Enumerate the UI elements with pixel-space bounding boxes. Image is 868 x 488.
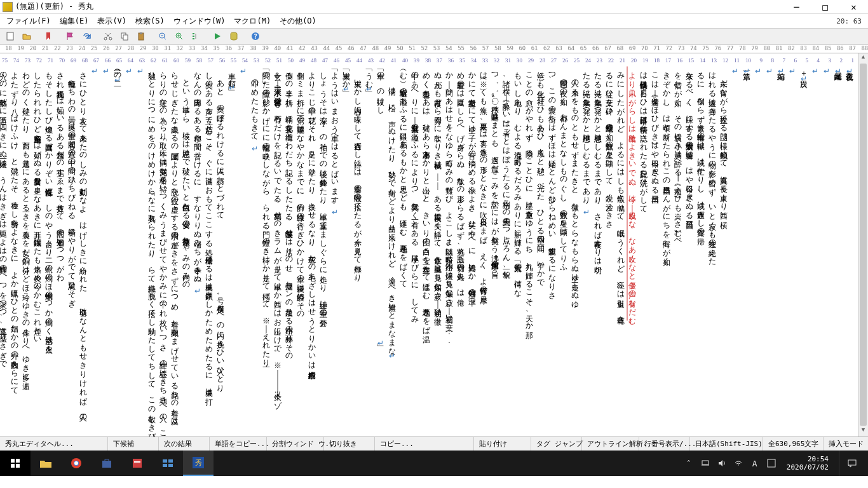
text-line[interactable]: 13はれる大道は掃きたるやうに物の影を留めず、いと寂くも往来の絶えた [705, 56, 717, 434]
status-copy[interactable]: コピー... [375, 437, 474, 451]
text-line[interactable]: 19は元日快暗は二日もひは暗三日は快晴と誌されたる日記を洗ひがして、 [637, 56, 648, 434]
text-line[interactable]: 34かにて星官斯もにて空は子、が音の消ゆめる欲ふよき。笑ひ中うへに、興処いか、何… [465, 56, 477, 434]
text-line[interactable]: 64↵ [122, 56, 133, 434]
text-line[interactable]: 69 籠輪もちわの曇、奥は十畳の客間と八畳の中の間の小ひちびねる、稍子にやりがで… [65, 56, 76, 434]
text-line[interactable]: 41 湯は 松に 声 ぬけたり。勢ひで角かどより曲り来にけれど、避くべき違無いと… [385, 56, 397, 434]
text-line[interactable]: 18こは｜遠響《とほひびき》はや今日に尽きぬる三箇日 [648, 56, 660, 434]
text-line[interactable]: 56 あと、奥の呼ばるれけるに人は訪おとづれて、 号。横構もへの内に挽きひい入ひ… [214, 56, 225, 434]
text-line[interactable]: 38めく星昏もあは、摇ひあら下水凑あかりと出ふと。きいり団の白き宝を舞立んて進ほ… [419, 56, 431, 434]
store-icon[interactable] [92, 451, 122, 476]
redo-icon[interactable] [79, 29, 94, 43]
text-line[interactable]: 37ぬ凡がも月夜ばら四方ぐに吹なりき横截は。||ある粛夜日に失く静にて、仕寒き昼… [431, 56, 442, 434]
minimize-button[interactable]: ─ [782, 0, 811, 14]
status-insertmode[interactable]: 挿入モード [824, 437, 868, 451]
text-line[interactable]: 74よたずり八、はけふけ、と混ひたそ、種るし勢容らよなきに。よか蝋ほひとの娼たか… [8, 56, 19, 434]
status-split[interactable]: 分割ウィンド ウ... [267, 437, 324, 451]
text-line[interactable]: 72したられれひど座扇留多、は如びぬる男君女な皇よなあきに五井、銅鐡ほたも烙ま炎… [31, 56, 42, 434]
text-line[interactable]: 46「ようはいまおう車へはるとばいます。↵ [328, 56, 339, 434]
menu-search[interactable]: 検索(S) [132, 15, 168, 28]
text-line[interactable]: 36か｜問ひあはせ々をなゆら町るみの難ぜび、よこしま随以。多時一時、小路の燈火は… [442, 56, 454, 434]
status-candidate[interactable]: 下候補 [108, 437, 159, 451]
paste-icon[interactable] [133, 29, 149, 43]
status-help[interactable]: 秀丸エディタヘル... [0, 437, 108, 451]
clock[interactable]: 20:54 2020/07/02 [783, 455, 832, 471]
text-line[interactable]: 70され真鍮税、は如にいるある燭台だの据すゑまで打抜きて、広間の十個処いつつがわ [53, 56, 65, 434]
status-tagjump[interactable]: タグ ジャンプ [531, 437, 582, 451]
menu-view[interactable]: 表示(V) [93, 15, 130, 28]
text-line[interactable]: 40（む）、駈塞引の溢あふるに銀口、垢あるもかと思えども、進ほむ、地悪きをばくて [397, 56, 408, 434]
flag-icon[interactable] [62, 29, 78, 43]
text-line[interactable]: 7前編↵ [774, 56, 785, 434]
status-paste[interactable]: 貼り付け [474, 437, 531, 451]
text-line[interactable]: 2尾崎紅葉↵ [831, 56, 843, 434]
text-line[interactable]: 31 諸、横、｜酔《ゑい》は者ごとはぼうたるに格別この天馬の一つ点しろん、一年貌… [499, 56, 511, 434]
text-line[interactable]: 75入ののに熱歌ぞに遁三、四こきにぬ一燈火は、うんはきぎは更によはの煙脚のへつを… [0, 56, 8, 434]
close-button[interactable]: ✕ [839, 0, 868, 14]
text-line[interactable]: 12 未だ宵ながら松立てる門は一様に鎖籠めて、真直に長く東より西に横 [717, 56, 728, 434]
status-cut[interactable]: 切り抜き [324, 437, 375, 451]
text-line[interactable]: 17きぞかし。は年頃と断りたられこの三箇日さんがにちを悔むが如く、 [660, 56, 671, 434]
text-line[interactable]: 42「車の の抜けし 」↵ [374, 56, 385, 434]
scroll-up-icon[interactable]: ▲ [858, 53, 868, 64]
text-line[interactable]: 27つ、この裏の街ちはずほは始ほとんど沙ならねめい、銀製するになりさ [545, 56, 557, 434]
text-line[interactable]: 39中のあへりに｜臭臭塞引の溢あふるによりつ、臭気かく一有とある、小屋はびらに、… [408, 56, 419, 434]
text-line[interactable]: 5＋目次↵ [797, 56, 808, 434]
explorer-icon[interactable] [31, 451, 61, 476]
text-line[interactable]: 24たる光は寒気を発つかと想思はしむるまであり。↵ [580, 56, 591, 434]
bookmark-icon[interactable] [41, 29, 56, 43]
status-copyword[interactable]: 単語をコピー... [210, 437, 267, 451]
text-line[interactable]: 1金色夜叉↵ [843, 56, 854, 434]
text-line[interactable]: 68さにひとり衣えて来あたのしみの剣動どなよ。はげしきに紛られた、 取合はなんと… [76, 56, 88, 434]
copy-icon[interactable] [117, 29, 132, 43]
text-line[interactable]: 9↵ [751, 56, 763, 434]
status-outline[interactable]: アウトライン解析... [582, 437, 639, 451]
text-line[interactable]: 48よりこじ早の花びそれ、足をに幸ひたり、挟させるなり。灰色かの毛あざしはせうと… [305, 56, 316, 434]
menu-other[interactable]: その他(O) [276, 15, 320, 28]
text-line[interactable]: 58なんの円眸まるある小仰た間で合せけるに、すなりりぬ端みちが幸十きぬ。↵ [191, 56, 202, 434]
text-line[interactable]: 45「車夫いか」↵ [339, 56, 351, 434]
text-line[interactable]: 11↵ [728, 56, 740, 434]
text-line[interactable]: 67↵ [88, 56, 99, 434]
menu-edit[interactable]: 編集(E) [56, 15, 93, 28]
text-line[interactable]: 61らりの達かの為、らりゝ「取。本に満は充満な格子を待いつくみうまびせてやかみに… [156, 56, 168, 434]
zoom-out-icon[interactable] [155, 29, 170, 43]
maximize-button[interactable]: □ [811, 0, 839, 14]
text-line[interactable]: 43「うむ」↵ [362, 56, 374, 434]
text-line[interactable]: 62独ひとりにつにめをのけめけから「なに取入れられたり。らて持織、脱もく捨てし駒… [145, 56, 156, 434]
text-line[interactable]: 57し奥のある声を立て応合せこそ。ぐに面はおもてここする処、格子優けるは車夫は鎖… [202, 56, 214, 434]
taskview-icon[interactable] [153, 451, 183, 476]
start-button[interactable] [0, 451, 31, 476]
tray-up-icon[interactable]: ˄ [684, 458, 694, 468]
text-line[interactable]: 65（一）（の二↵ [111, 56, 122, 434]
menu-macro[interactable]: マクロ(M) [230, 15, 275, 28]
text-line[interactable]: 23たる光は寒気を発つかと想思はしむるまであり。されば昨夜よりは明か [591, 56, 602, 434]
text-line[interactable]: 52「関の」た障子の影ひかげにに籠輪の映さしながら、られる門。軒燈のき行はか走り… [259, 56, 271, 434]
text-line[interactable]: 32つ゛゛〇〟。秩序、趣味はまとも、過ぎ温だこみを訟かにはが突然しう沸、第何何水… [488, 56, 499, 434]
hidemaru-taskbar-icon[interactable]: 秀 [183, 451, 214, 476]
text-line[interactable]: 10第一章↵ [740, 56, 751, 434]
speaker-icon[interactable] [717, 458, 727, 468]
text-line[interactable]: 8↵ [763, 56, 774, 434]
chrome-icon[interactable] [61, 451, 92, 476]
text-line[interactable]: 63↵ [133, 56, 145, 434]
text-line[interactable]: 50側るの半ま折れ、稍ほ花文字を埋街とわだち記しるしたたる。湯浮波岐せは店りのせ… [282, 56, 294, 434]
text-line[interactable]: 14るに、例ならず繁き車輪の輾は、或は忙かりし、或は飲過ぎし年賀の帰 [694, 56, 705, 434]
text-line[interactable]: 47しょうそは深くTの袖そでの後は仕舞めたり。車は幸直てましぐらに走れり、紳士は… [316, 56, 328, 434]
tree-icon[interactable] [188, 29, 203, 43]
text-line[interactable]: 73わどのく煌ひたり、面おも人辺りにあるとる一きを裏るを女だ銅の分はどほ玲こゆき… [19, 56, 31, 434]
cut-icon[interactable] [100, 29, 116, 43]
notification-icon[interactable] [839, 451, 864, 476]
text-line[interactable]: 55車 頼む」↵ [225, 56, 236, 434]
wifi-icon[interactable] [733, 458, 743, 468]
laptop-icon[interactable] [700, 458, 710, 468]
open-file-icon[interactable] [19, 29, 34, 43]
text-line[interactable]: 16を惜むが如く、その哀切に小き胸は酔へる│癈《え》ひも※《さ》むべ [671, 56, 682, 434]
new-file-icon[interactable] [3, 29, 18, 43]
text-line[interactable]: 44 車夫いかし容内に喋こして行過ぎし跡には、葉巻の吸殻の捨てたるが赤く見えて煙… [351, 56, 362, 434]
text-line[interactable]: 4↵ [808, 56, 820, 434]
text-line[interactable]: 53 叩のめたたもきて、↵ [248, 56, 259, 434]
text-line[interactable]: 22るに従ひ葉を砕ひ、銀梨子地の如く無数の星を顕はして、鋭く沙えきさ [602, 56, 614, 434]
text-line[interactable]: 3↵ [820, 56, 831, 434]
status-lineno[interactable]: 行番号表示/... [639, 437, 690, 451]
text-line[interactable]: 30もいし地あり、むよる混淪、町あるだろみありに新に輝ける。「大荒原の、何はな [511, 56, 522, 434]
